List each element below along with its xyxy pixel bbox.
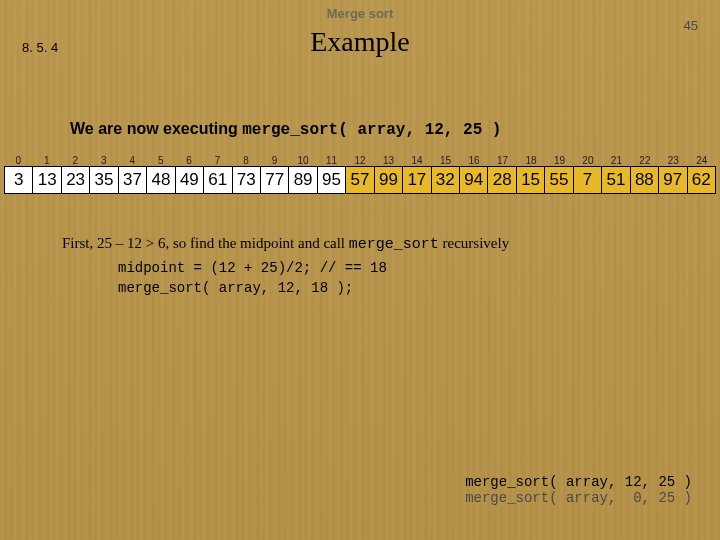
array-cell: 49 <box>176 167 204 193</box>
array-index: 4 <box>118 155 146 166</box>
slide-title: Example <box>0 26 720 58</box>
array-index: 15 <box>431 155 459 166</box>
explain-math: 25 – 12 > 6 <box>97 235 165 251</box>
explain-tail: recursively <box>439 235 509 251</box>
array-index: 24 <box>688 155 716 166</box>
array-index: 19 <box>545 155 573 166</box>
header-title: Merge sort <box>0 6 720 21</box>
array-cell: 37 <box>119 167 147 193</box>
array-index: 5 <box>146 155 174 166</box>
array-index: 11 <box>317 155 345 166</box>
array-index: 23 <box>659 155 687 166</box>
array-index: 18 <box>517 155 545 166</box>
array-cell: 99 <box>375 167 403 193</box>
array-cell: 17 <box>403 167 431 193</box>
array-indices: 0123456789101112131415161718192021222324 <box>4 155 716 166</box>
array-cell: 77 <box>261 167 289 193</box>
array-index: 3 <box>89 155 117 166</box>
array-index: 13 <box>374 155 402 166</box>
array-index: 6 <box>175 155 203 166</box>
array-cell: 32 <box>432 167 460 193</box>
explain-fn: merge_sort <box>349 236 439 253</box>
array-cell: 51 <box>602 167 630 193</box>
explanation-line: First, 25 – 12 > 6, so find the midpoint… <box>62 235 509 253</box>
array-cell: 7 <box>574 167 602 193</box>
stack-frame-inactive: merge_sort( array, 0, 25 ) <box>465 490 692 506</box>
array-index: 16 <box>460 155 488 166</box>
array-cell: 94 <box>460 167 488 193</box>
array-index: 10 <box>289 155 317 166</box>
array-cell: 13 <box>33 167 61 193</box>
array-cell: 62 <box>688 167 715 193</box>
array-index: 14 <box>403 155 431 166</box>
array-index: 2 <box>61 155 89 166</box>
call-stack: merge_sort( array, 12, 25 ) merge_sort( … <box>465 474 692 506</box>
array-index: 17 <box>488 155 516 166</box>
array-index: 7 <box>203 155 231 166</box>
array-cell: 15 <box>517 167 545 193</box>
array-index: 21 <box>602 155 630 166</box>
array-cell: 55 <box>545 167 573 193</box>
array-index: 22 <box>631 155 659 166</box>
array-cell: 95 <box>318 167 346 193</box>
array-cell: 89 <box>289 167 317 193</box>
array-cell: 97 <box>659 167 687 193</box>
array-cell: 35 <box>90 167 118 193</box>
array-cell: 57 <box>346 167 374 193</box>
array-cell: 23 <box>62 167 90 193</box>
intro-prefix: We are now executing <box>70 120 242 137</box>
explain-prefix: First, <box>62 235 97 251</box>
array-index: 0 <box>4 155 32 166</box>
array-cell: 48 <box>147 167 175 193</box>
array-cells: 3132335374849617377899557991732942815557… <box>4 166 716 194</box>
array-visualization: 0123456789101112131415161718192021222324… <box>4 155 716 194</box>
array-cell: 61 <box>204 167 232 193</box>
code-block: midpoint = (12 + 25)/2; // == 18 merge_s… <box>118 258 387 299</box>
explain-suffix: , so find the midpoint and call <box>165 235 348 251</box>
array-index: 8 <box>232 155 260 166</box>
array-index: 20 <box>574 155 602 166</box>
array-index: 9 <box>260 155 288 166</box>
array-index: 12 <box>346 155 374 166</box>
stack-frame-active: merge_sort( array, 12, 25 ) <box>465 474 692 490</box>
intro-code: merge_sort( array, 12, 25 ) <box>242 121 501 139</box>
intro-text: We are now executing merge_sort( array, … <box>70 120 501 139</box>
array-cell: 3 <box>5 167 33 193</box>
array-index: 1 <box>32 155 60 166</box>
array-cell: 28 <box>488 167 516 193</box>
array-cell: 88 <box>631 167 659 193</box>
array-cell: 73 <box>233 167 261 193</box>
